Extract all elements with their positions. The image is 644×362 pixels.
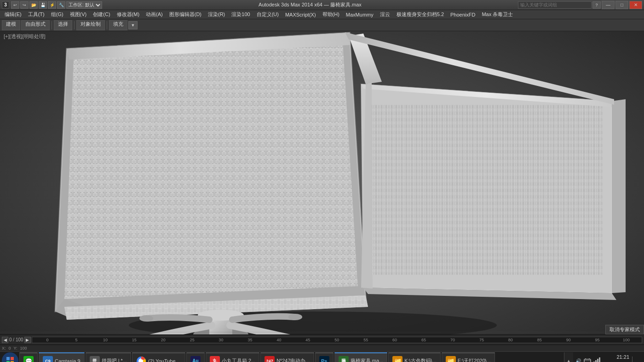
systray-icon-1[interactable]: 🔊 xyxy=(574,356,582,362)
taskbar-tabs[interactable]: 拼 拼题吧 | *... xyxy=(86,352,131,362)
app-logo: 3 xyxy=(2,1,9,9)
coord-bar: X: 0 Y: 100 xyxy=(2,346,27,351)
svg-point-51 xyxy=(288,314,302,320)
folder-e-icon: 📁 xyxy=(446,356,456,362)
menu-cloud[interactable]: 渲云 xyxy=(377,11,393,18)
open-btn[interactable]: 📂 xyxy=(29,1,38,9)
menu-create[interactable]: 创建(C) xyxy=(90,11,113,18)
toolbar-object-paint[interactable]: 对象绘制 xyxy=(76,20,105,30)
taskbar: 💬 C9 Camtasia 9 拼 拼题吧 | *... (2) YouTube… xyxy=(0,351,644,362)
taskbar-systray: ▲ 🔊 21:21 2021-02-27 xyxy=(564,352,642,362)
timeline-next[interactable]: ▶ xyxy=(24,337,31,343)
search-input[interactable] xyxy=(518,1,592,9)
menu-edit[interactable]: 编辑(E) xyxy=(2,11,24,18)
redo-btn[interactable]: ↪ xyxy=(20,1,29,9)
menu-tools[interactable]: 工具(T) xyxy=(25,11,47,18)
chair247-label: Nº247电动办... xyxy=(276,357,310,362)
title-bar-right: ? — □ ✕ xyxy=(518,1,642,9)
taskbar-wechat[interactable]: 💬 xyxy=(19,352,38,362)
svg-marker-54 xyxy=(11,357,14,360)
taskbar-folder-e[interactable]: 📁 E:\天打2020\... xyxy=(442,352,495,362)
help-btn[interactable]: ? xyxy=(592,1,601,9)
systray-show-desktop[interactable] xyxy=(632,356,640,362)
status-bar: X: 0 Y: 100 xyxy=(0,345,644,351)
taskbar-camtasia[interactable]: C9 Camtasia 9 xyxy=(39,352,85,362)
viewport-area[interactable]: [+][透视][明暗处理] xyxy=(0,31,644,334)
chrome-icon xyxy=(136,356,146,362)
title-bar: 3 ↩ ↪ 📂 💾 ⚡ 🔧 工作区: 默认 Autodesk 3ds Max 2… xyxy=(0,0,644,10)
taskbar-photoshop[interactable]: Ps xyxy=(315,352,334,362)
chair247-icon: 247 xyxy=(264,356,275,362)
menu-animation[interactable]: 动画(A) xyxy=(143,11,166,18)
taskbar-chrome[interactable]: (2) YouTube ... xyxy=(132,352,185,362)
toolbar-dropdown[interactable]: ▼ xyxy=(128,21,138,29)
menu-maxscript[interactable]: MAXScript(X) xyxy=(282,11,319,18)
coord-x-label: X: xyxy=(2,346,6,351)
wechat-icon: 💬 xyxy=(23,356,34,362)
timeline-track[interactable]: 0 5 10 15 20 25 30 35 40 45 50 55 60 65 … xyxy=(32,337,642,343)
minimize-button[interactable]: — xyxy=(602,1,615,9)
taskbar-xiaowantoolbox[interactable]: 丸 小丸工具箱 2... xyxy=(206,352,259,362)
close-button[interactable]: ✕ xyxy=(629,1,642,9)
svg-point-50 xyxy=(139,315,153,322)
coord-x-value: 0 xyxy=(9,346,11,351)
systray-clock[interactable]: 21:21 2021-02-27 xyxy=(602,354,631,362)
toolbar-model[interactable]: 建模 xyxy=(2,20,20,30)
max-wicker-label: 藤椅家具.ma... xyxy=(351,357,384,362)
menu-customize[interactable]: 自定义(U) xyxy=(254,11,282,18)
menu-render100[interactable]: 渲染100 xyxy=(229,11,253,18)
timeline: ◀ 0 / 100 ▶ 0 5 10 15 20 25 30 35 40 45 … xyxy=(0,334,644,345)
folder-k-icon: 📁 xyxy=(392,356,402,362)
systray-network[interactable] xyxy=(592,356,601,362)
tabs-label: 拼题吧 | *... xyxy=(102,357,127,362)
taskbar-max-wicker[interactable]: 藤 藤椅家具.ma... xyxy=(334,352,388,362)
title-quick-access: ↩ ↪ 📂 💾 ⚡ 🔧 工作区: 默认 xyxy=(11,1,102,9)
menu-modifier[interactable]: 修改器(M) xyxy=(114,11,143,18)
svg-marker-38 xyxy=(612,99,626,293)
tb2[interactable]: 🔧 xyxy=(57,1,65,9)
viewport-label: [+][透视][明暗处理] xyxy=(4,33,46,40)
menu-maxmummy[interactable]: MaxMummy xyxy=(343,11,376,18)
toolbar: 建模 自由形式 选择 对象绘制 填充 ▼ xyxy=(0,19,644,31)
window-title: Autodesk 3ds Max 2014 x64 — 藤椅家具.max xyxy=(102,1,518,8)
taskbar-chair247[interactable]: 247 Nº247电动办... xyxy=(260,352,314,362)
svg-marker-29 xyxy=(64,41,358,299)
max-wicker-icon: 藤 xyxy=(339,356,349,362)
toolbar-select[interactable]: 选择 xyxy=(54,20,72,30)
chrome-label: (2) YouTube ... xyxy=(148,358,181,362)
start-button[interactable] xyxy=(2,352,18,362)
toolbar-freeform[interactable]: 自由形式 xyxy=(21,20,50,30)
save-btn[interactable]: 💾 xyxy=(39,1,47,9)
taskbar-audition[interactable]: Au xyxy=(186,352,205,362)
menu-group[interactable]: 组(G) xyxy=(48,11,66,18)
coord-y-value: 100 xyxy=(20,346,27,351)
systray-expand[interactable]: ▲ xyxy=(564,352,573,362)
timeline-ticks: 0 5 10 15 20 25 30 35 40 45 50 55 60 65 … xyxy=(32,338,642,342)
timeline-progress: 0 / 100 xyxy=(9,337,23,342)
menu-help[interactable]: 帮助(H) xyxy=(320,11,342,18)
timeline-prev[interactable]: ◀ xyxy=(2,337,8,343)
xiaowantoolbox-icon: 丸 xyxy=(210,356,220,362)
taskbar-folder-k[interactable]: 📁 K:\古色数码\... xyxy=(388,352,441,362)
menu-view[interactable]: 视图(V) xyxy=(67,11,90,18)
tb1[interactable]: ⚡ xyxy=(48,1,56,9)
svg-rect-35 xyxy=(368,105,603,275)
xiaowantoolbox-label: 小丸工具箱 2... xyxy=(222,357,255,362)
toolbar-populate[interactable]: 填充 xyxy=(109,20,127,30)
menu-graph-editor[interactable]: 图形编辑器(D) xyxy=(167,11,204,18)
viewport-render xyxy=(0,31,644,334)
toolbar-sep-1 xyxy=(52,21,52,29)
menu-antivirus[interactable]: Max 杀毒卫士 xyxy=(479,11,516,18)
workspace-select[interactable]: 工作区: 默认 xyxy=(66,1,102,9)
coord-y-label: Y: xyxy=(14,346,17,351)
maximize-button[interactable]: □ xyxy=(615,1,628,9)
menu-slim[interactable]: 极速瘦身安全归档5.2 xyxy=(394,11,447,18)
audition-icon: Au xyxy=(190,356,201,362)
undo-btn[interactable]: ↩ xyxy=(11,1,19,9)
menu-render[interactable]: 渲染(R) xyxy=(205,11,228,18)
systray-icon-2[interactable] xyxy=(583,356,592,362)
camtasia-label: Camtasia 9 xyxy=(55,358,80,362)
mode-indicator[interactable]: 取消专家模式 xyxy=(605,325,644,334)
menu-phoenixfd[interactable]: PhoenixFD xyxy=(448,11,478,18)
camtasia-icon: C9 xyxy=(43,356,53,362)
